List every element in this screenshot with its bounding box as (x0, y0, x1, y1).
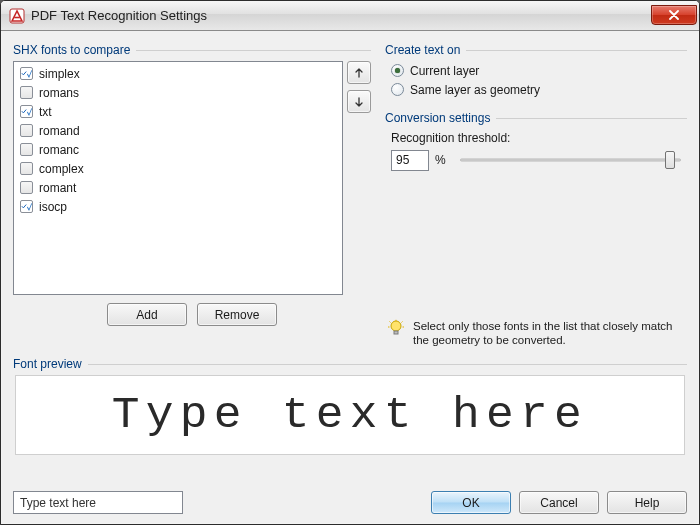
shx-fonts-label: SHX fonts to compare (13, 43, 130, 57)
list-item-label: complex (39, 162, 84, 176)
checkbox-icon[interactable] (20, 124, 33, 137)
hint: Select only those fonts in the list that… (385, 315, 687, 349)
radio-same-layer-label: Same layer as geometry (410, 83, 540, 97)
conversion-settings-label: Conversion settings (385, 111, 490, 125)
move-down-button[interactable] (347, 90, 371, 113)
font-preview-sample: Type text here (112, 390, 588, 440)
app-icon (9, 8, 25, 24)
list-item[interactable]: simplex (14, 64, 342, 83)
preview-text-value: Type text here (20, 496, 96, 510)
checkbox-icon[interactable] (20, 200, 33, 213)
close-button[interactable] (651, 5, 697, 25)
move-up-button[interactable] (347, 61, 371, 84)
window-title: PDF Text Recognition Settings (31, 8, 651, 23)
list-item-label: isocp (39, 200, 67, 214)
font-preview-label: Font preview (13, 357, 82, 371)
remove-button[interactable]: Remove (197, 303, 277, 326)
create-text-group: Create text on Current layer Same layer … (385, 43, 687, 99)
shx-font-list[interactable]: simplexromanstxtromandromanccomplexroman… (13, 61, 343, 295)
conversion-settings-group: Conversion settings Recognition threshol… (385, 111, 687, 171)
help-button[interactable]: Help (607, 491, 687, 514)
radio-current-layer-label: Current layer (410, 64, 479, 78)
list-item-label: romand (39, 124, 80, 138)
list-item[interactable]: isocp (14, 197, 342, 216)
checkbox-icon[interactable] (20, 105, 33, 118)
list-item-label: romanc (39, 143, 79, 157)
radio-icon (391, 64, 404, 77)
bottom-bar: Type text here OK Cancel Help (1, 483, 699, 524)
list-item[interactable]: complex (14, 159, 342, 178)
checkbox-icon[interactable] (20, 162, 33, 175)
add-button[interactable]: Add (107, 303, 187, 326)
cancel-button[interactable]: Cancel (519, 491, 599, 514)
ok-button[interactable]: OK (431, 491, 511, 514)
checkbox-icon[interactable] (20, 67, 33, 80)
slider-thumb-icon[interactable] (665, 151, 675, 169)
list-item-label: romans (39, 86, 79, 100)
svg-point-1 (391, 321, 401, 331)
threshold-label: Recognition threshold: (385, 129, 687, 145)
hint-text: Select only those fonts in the list that… (413, 319, 685, 347)
dialog-window: PDF Text Recognition Settings SHX fonts … (0, 0, 700, 525)
font-preview-group: Font preview Type text here (13, 357, 687, 455)
threshold-slider[interactable] (460, 149, 681, 171)
arrow-down-icon (353, 96, 365, 108)
list-item[interactable]: romans (14, 83, 342, 102)
list-item[interactable]: romanc (14, 140, 342, 159)
list-item[interactable]: romant (14, 178, 342, 197)
shx-fonts-group: SHX fonts to compare simplexromanstxtrom… (13, 43, 371, 341)
dialog-content: SHX fonts to compare simplexromanstxtrom… (1, 31, 699, 483)
svg-rect-2 (394, 331, 398, 334)
preview-text-input[interactable]: Type text here (13, 491, 183, 514)
list-item[interactable]: txt (14, 102, 342, 121)
threshold-value: 95 (396, 153, 409, 167)
list-item-label: txt (39, 105, 52, 119)
threshold-input[interactable]: 95 (391, 150, 429, 171)
list-item[interactable]: romand (14, 121, 342, 140)
lightbulb-icon (387, 319, 405, 337)
create-text-label: Create text on (385, 43, 460, 57)
list-item-label: simplex (39, 67, 80, 81)
close-icon (668, 10, 680, 20)
percent-label: % (435, 153, 446, 167)
checkbox-icon[interactable] (20, 181, 33, 194)
list-item-label: romant (39, 181, 76, 195)
checkbox-icon[interactable] (20, 86, 33, 99)
arrow-up-icon (353, 67, 365, 79)
radio-same-layer[interactable]: Same layer as geometry (385, 80, 687, 99)
checkbox-icon[interactable] (20, 143, 33, 156)
titlebar[interactable]: PDF Text Recognition Settings (1, 1, 699, 31)
radio-icon (391, 83, 404, 96)
radio-current-layer[interactable]: Current layer (385, 61, 687, 80)
font-preview-canvas: Type text here (15, 375, 685, 455)
